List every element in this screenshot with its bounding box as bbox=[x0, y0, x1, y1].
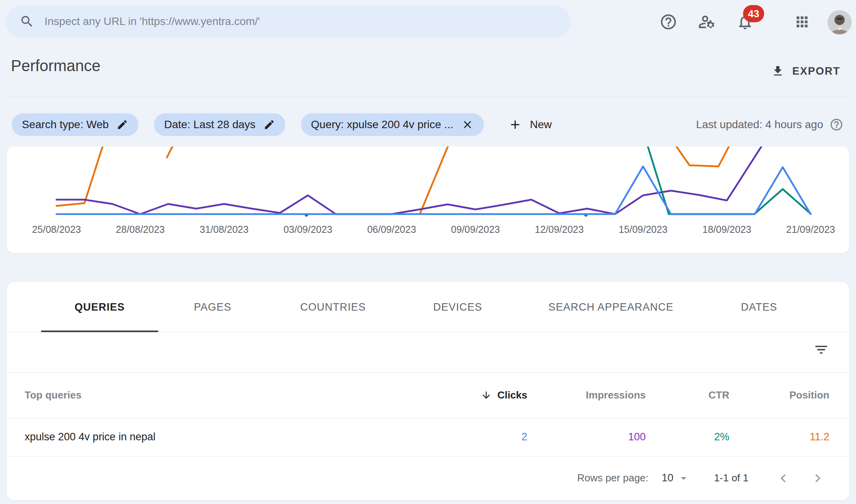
rows-per-page-value: 10 bbox=[662, 472, 673, 484]
help-circle-icon[interactable] bbox=[829, 118, 843, 132]
column-header-impressions[interactable]: Impressions bbox=[586, 389, 646, 401]
chevron-left-icon bbox=[775, 470, 792, 486]
pagination-bar: Rows per page: 10 1-1 of 1 bbox=[7, 456, 849, 500]
apps-grid-icon bbox=[794, 14, 810, 31]
clicks-header-label: Clicks bbox=[497, 389, 527, 401]
tab-queries[interactable]: QUERIES bbox=[67, 282, 133, 332]
performance-line-chart[interactable]: 25/08/202328/08/202331/08/202303/09/2023… bbox=[7, 147, 849, 253]
notification-count-badge: 43 bbox=[743, 5, 764, 22]
series-line-position bbox=[167, 147, 174, 157]
tab-pages[interactable]: PAGES bbox=[186, 282, 239, 332]
header-divider bbox=[7, 97, 849, 97]
filter-chip-query[interactable]: Query: xpulse 200 4v price ... bbox=[301, 113, 484, 136]
avatar-photo bbox=[827, 10, 852, 34]
close-icon[interactable] bbox=[461, 118, 474, 131]
last-updated: Last updated: 4 hours ago bbox=[696, 113, 843, 136]
tab-devices[interactable]: DEVICES bbox=[425, 282, 490, 332]
tab-countries[interactable]: COUNTRIES bbox=[292, 282, 374, 332]
chip-label: Query: xpulse 200 4v price ... bbox=[311, 118, 453, 131]
chip-label: Search type: Web bbox=[22, 118, 109, 131]
filter-list-icon bbox=[813, 342, 829, 359]
search-console-performance-page: Inspect any URL in 'https://www.yentra.c… bbox=[0, 0, 856, 504]
x-axis-label: 28/08/2023 bbox=[116, 224, 165, 235]
previous-page-button[interactable] bbox=[774, 469, 792, 487]
filter-chip-search-type[interactable]: Search type: Web bbox=[12, 113, 138, 136]
sort-arrow-down-icon bbox=[481, 390, 492, 400]
series-line-position bbox=[674, 147, 731, 166]
page-title: Performance bbox=[11, 57, 100, 75]
series-line-impressions bbox=[57, 147, 764, 214]
divider bbox=[7, 332, 849, 332]
table-header-row: Top queries Clicks Impressions CTR Posit… bbox=[7, 372, 849, 418]
search-placeholder: Inspect any URL in 'https://www.yentra.c… bbox=[45, 15, 260, 28]
x-axis-label: 12/09/2023 bbox=[535, 224, 584, 235]
plus-icon bbox=[508, 118, 522, 132]
x-axis-label: 31/08/2023 bbox=[200, 224, 249, 235]
account-settings-button[interactable] bbox=[697, 13, 716, 32]
search-icon bbox=[20, 14, 34, 29]
export-button[interactable]: EXPORT bbox=[771, 61, 840, 81]
column-header-ctr[interactable]: CTR bbox=[709, 389, 729, 401]
chip-label: Date: Last 28 days bbox=[164, 118, 255, 131]
x-axis-label: 25/08/2023 bbox=[32, 224, 81, 235]
filter-row: Search type: Web Date: Last 28 days Quer… bbox=[12, 113, 556, 136]
dimensions-table-card: QUERIES PAGES COUNTRIES DEVICES SEARCH A… bbox=[7, 282, 849, 500]
next-page-button[interactable] bbox=[809, 469, 827, 487]
table-filter-button[interactable] bbox=[813, 341, 830, 359]
avatar[interactable] bbox=[827, 10, 852, 34]
download-icon bbox=[771, 64, 784, 78]
x-axis-label: 06/09/2023 bbox=[367, 224, 416, 235]
apps-grid-button[interactable] bbox=[792, 13, 812, 32]
x-axis-label: 03/09/2023 bbox=[283, 224, 332, 235]
dimension-tabs: QUERIES PAGES COUNTRIES DEVICES SEARCH A… bbox=[7, 282, 849, 332]
series-line-ctr bbox=[647, 147, 811, 214]
ctr-cell: 2% bbox=[714, 431, 729, 443]
x-axis-label: 15/09/2023 bbox=[619, 224, 668, 235]
position-cell: 11.2 bbox=[809, 431, 829, 443]
last-updated-text: Last updated: 4 hours ago bbox=[696, 118, 823, 131]
manage-accounts-icon bbox=[697, 13, 716, 32]
column-header-position[interactable]: Position bbox=[789, 389, 829, 401]
table-row[interactable]: xpulse 200 4v price in nepal 2 100 2% 11… bbox=[7, 418, 849, 456]
clicks-cell: 2 bbox=[521, 431, 527, 443]
x-axis-label: 09/09/2023 bbox=[451, 224, 500, 235]
series-line-position bbox=[57, 147, 104, 206]
export-label: EXPORT bbox=[792, 65, 840, 77]
filter-chip-date[interactable]: Date: Last 28 days bbox=[154, 113, 285, 136]
rows-per-page-label: Rows per page: bbox=[577, 472, 648, 484]
x-axis-label: 18/09/2023 bbox=[702, 224, 751, 235]
edit-icon bbox=[263, 119, 275, 130]
column-header-clicks[interactable]: Clicks bbox=[481, 389, 527, 401]
tab-dates[interactable]: DATES bbox=[733, 282, 785, 332]
help-icon bbox=[659, 13, 677, 32]
x-axis-label: 21/09/2023 bbox=[786, 224, 835, 235]
pagination-range: 1-1 of 1 bbox=[714, 472, 749, 484]
chevron-right-icon bbox=[809, 470, 826, 486]
rows-per-page-select[interactable]: 10 bbox=[662, 472, 690, 484]
performance-chart-card: 25/08/202328/08/202331/08/202303/09/2023… bbox=[7, 147, 849, 253]
new-label: New bbox=[530, 118, 552, 131]
dropdown-arrow-icon bbox=[677, 472, 690, 484]
impressions-cell: 100 bbox=[628, 431, 646, 443]
new-filter-button[interactable]: New bbox=[504, 113, 556, 136]
query-cell[interactable]: xpulse 200 4v price in nepal bbox=[25, 431, 156, 443]
edit-icon bbox=[116, 119, 128, 130]
help-button[interactable] bbox=[659, 13, 678, 32]
tab-search-appearance[interactable]: SEARCH APPEARANCE bbox=[541, 282, 681, 332]
url-inspect-searchbar[interactable]: Inspect any URL in 'https://www.yentra.c… bbox=[5, 5, 571, 38]
column-header-top-queries[interactable]: Top queries bbox=[25, 389, 81, 401]
